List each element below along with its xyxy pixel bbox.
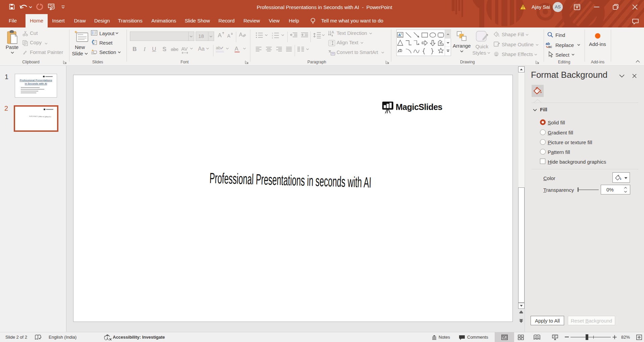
svg-text:MagicSlides: MagicSlides	[396, 102, 442, 112]
svg-text:ac: ac	[548, 45, 552, 48]
svg-text:3: 3	[272, 37, 273, 39]
svg-text:A: A	[398, 33, 401, 37]
svg-text:1: 1	[272, 32, 273, 34]
svg-text:A: A	[332, 31, 334, 34]
svg-text:2: 2	[272, 35, 273, 37]
